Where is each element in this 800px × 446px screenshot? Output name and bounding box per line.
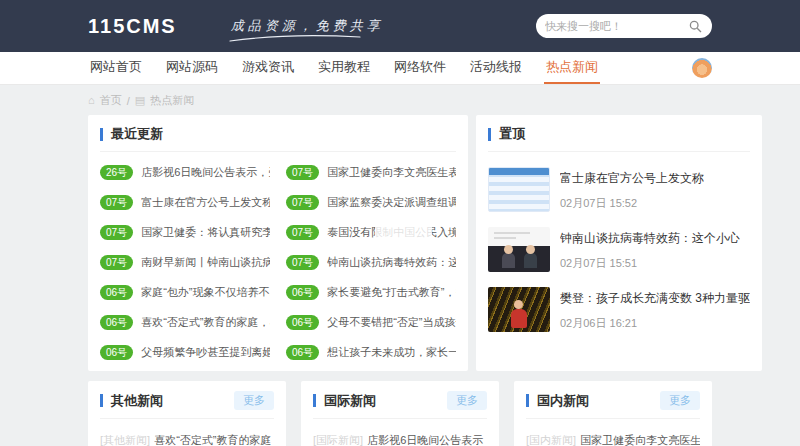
section-title: 其他新闻 bbox=[111, 392, 163, 410]
date-badge: 07号 bbox=[286, 255, 319, 270]
other-news-card: 其他新闻 更多 [其他新闻] 喜欢“否定式”教育的家庭，在这样家... [其他新… bbox=[88, 381, 286, 446]
slogan-text: 成品资源，免费共享 bbox=[231, 18, 384, 33]
pinned-item-meta: 樊登：孩子成长充满变数 3种力量驱 02月06日 16:21 bbox=[560, 287, 750, 332]
nav-item-hot-news[interactable]: 热点新闻 bbox=[544, 52, 600, 84]
more-button[interactable]: 更多 bbox=[447, 391, 487, 410]
nav-item-games[interactable]: 游戏资讯 bbox=[240, 52, 296, 84]
news-item[interactable]: 06号 家庭“包办”现象不仅培养不出孩子的 bbox=[100, 277, 270, 307]
section-title-bar bbox=[100, 128, 103, 141]
pinned-title: 富士康在官方公号上发文称 bbox=[560, 170, 704, 187]
main-nav: 网站首页 网站源码 游戏资讯 实用教程 网络软件 活动线报 热点新闻 bbox=[0, 52, 800, 85]
user-avatar[interactable] bbox=[692, 58, 712, 78]
section-title-bar bbox=[100, 394, 103, 407]
domestic-news-card: 国内新闻 更多 [国内新闻] 国家卫健委向李文亮医生表示深痛哀悼 [国内新闻] … bbox=[514, 381, 712, 446]
news-title: 国家卫健委向李文亮医生表示深痛哀悼 bbox=[327, 165, 456, 180]
breadcrumb: ⌂ 首页 / ▤ 热点新闻 bbox=[0, 85, 800, 113]
nav-item-tutorials[interactable]: 实用教程 bbox=[316, 52, 372, 84]
news-title: 南财早新闻丨钟南山谈抗病毒特效药：广 bbox=[141, 255, 270, 270]
category-item[interactable]: [国内新闻] 国家卫健委向李文亮医生表示深痛哀悼 bbox=[526, 433, 700, 446]
news-title: 家长要避免“打击式教育”，需注意的问 bbox=[327, 285, 456, 300]
slogan-underline-swoosh bbox=[227, 33, 363, 43]
table-thumbnail bbox=[488, 167, 550, 212]
search-icon[interactable] bbox=[689, 19, 703, 33]
text-line-shape bbox=[494, 232, 530, 234]
pinned-item[interactable]: 富士康在官方公号上发文称 02月07日 15:52 bbox=[488, 167, 750, 212]
date-badge: 06号 bbox=[100, 285, 133, 300]
news-item[interactable]: 06号 想让孩子未来成功，家长一定要管住3 bbox=[286, 337, 456, 367]
news-title: 想让孩子未来成功，家长一定要管住3 bbox=[327, 345, 456, 360]
main-content-row: 最近更新 26号 店影视6日晚间公告表示，受疫 07号 富士康在官方公号上发文称… bbox=[88, 115, 712, 371]
category-item[interactable]: [其他新闻] 喜欢“否定式”教育的家庭，在这样家... bbox=[100, 433, 274, 446]
category-title: 店影视6日晚间公告表示，受疫 bbox=[367, 433, 487, 446]
date-badge: 26号 bbox=[100, 165, 133, 180]
section-title: 国内新闻 bbox=[537, 392, 589, 410]
date-badge: 07号 bbox=[100, 255, 133, 270]
site-logo[interactable]: 115CMS bbox=[88, 15, 177, 38]
pinned-date: 02月06日 16:21 bbox=[560, 316, 750, 331]
pinned-date: 02月07日 15:52 bbox=[560, 196, 704, 211]
pinned-title: 樊登：孩子成长充满变数 3种力量驱 bbox=[560, 290, 750, 307]
stage-thumbnail bbox=[488, 287, 550, 332]
pinned-title: 钟南山谈抗病毒特效药：这个小心 bbox=[560, 230, 740, 247]
pinned-date: 02月07日 15:51 bbox=[560, 256, 740, 271]
pinned-item-meta: 钟南山谈抗病毒特效药：这个小心 02月07日 15:51 bbox=[560, 227, 740, 272]
search-input[interactable] bbox=[545, 20, 689, 32]
date-badge: 07号 bbox=[286, 165, 319, 180]
date-badge: 07号 bbox=[286, 225, 319, 240]
news-title: 钟南山谈抗病毒特效药：这个小心 一定要 bbox=[327, 255, 456, 270]
recent-card-header: 最近更新 bbox=[100, 125, 456, 152]
news-item[interactable]: 26号 店影视6日晚间公告表示，受疫 bbox=[100, 157, 270, 187]
person-shape bbox=[524, 253, 537, 268]
section-title-bar bbox=[488, 128, 491, 141]
international-news-card: 国际新闻 更多 [国际新闻] 店影视6日晚间公告表示，受疫 [国际新闻] 泰国没… bbox=[301, 381, 499, 446]
news-item[interactable]: 07号 国家监察委决定派调查组调查涉李文亮医 bbox=[286, 187, 456, 217]
category-title: 国家卫健委向李文亮医生表示深痛哀悼 bbox=[580, 433, 700, 446]
nav-item-home[interactable]: 网站首页 bbox=[88, 52, 144, 84]
nav-item-source[interactable]: 网站源码 bbox=[164, 52, 220, 84]
recent-column-left: 26号 店影视6日晚间公告表示，受疫 07号 富士康在官方公号上发文称 07号 … bbox=[100, 157, 270, 367]
category-item[interactable]: [国际新闻] 店影视6日晚间公告表示，受疫 bbox=[313, 433, 487, 446]
breadcrumb-home[interactable]: 首页 bbox=[100, 93, 122, 108]
search-box bbox=[536, 14, 712, 38]
nav-item-software[interactable]: 网络软件 bbox=[392, 52, 448, 84]
news-item[interactable]: 06号 父母频繁争吵甚至提到离婚，会给孩子留 bbox=[100, 337, 270, 367]
page: 115CMS 成品资源，免费共享 网站首页 网站源码 游戏资讯 实用教程 网络软… bbox=[0, 0, 800, 446]
pinned-item[interactable]: 钟南山谈抗病毒特效药：这个小心 02月07日 15:51 bbox=[488, 227, 750, 272]
news-title: 家庭“包办”现象不仅培养不出孩子的 bbox=[141, 285, 270, 300]
news-item[interactable]: 06号 父母不要错把“否定”当成孩子的鼓励，其 bbox=[286, 307, 456, 337]
news-title: 父母不要错把“否定”当成孩子的鼓励，其 bbox=[327, 315, 456, 330]
category-card-header: 国内新闻 更多 bbox=[526, 391, 700, 419]
news-item[interactable]: 07号 钟南山谈抗病毒特效药：这个小心 一定要 bbox=[286, 247, 456, 277]
news-title: 父母频繁争吵甚至提到离婚，会给孩子留 bbox=[141, 345, 270, 360]
category-tag: [国际新闻] bbox=[313, 433, 363, 446]
date-badge: 06号 bbox=[286, 285, 319, 300]
date-badge: 07号 bbox=[100, 225, 133, 240]
news-item[interactable]: 07号 泰国没有限制中国公民入境：患难 bbox=[286, 217, 456, 247]
section-title: 最近更新 bbox=[111, 125, 163, 143]
pinned-item[interactable]: 樊登：孩子成长充满变数 3种力量驱 02月06日 16:21 bbox=[488, 287, 750, 332]
breadcrumb-current: 热点新闻 bbox=[150, 93, 194, 108]
pinned-card-header: 置顶 bbox=[488, 125, 750, 152]
more-button[interactable]: 更多 bbox=[234, 391, 274, 410]
section-title-bar bbox=[313, 394, 316, 407]
news-item[interactable]: 07号 富士康在官方公号上发文称 bbox=[100, 187, 270, 217]
news-item[interactable]: 06号 喜欢“否定式”教育的家庭，在这样家庭 bbox=[100, 307, 270, 337]
date-badge: 06号 bbox=[100, 345, 133, 360]
hot-news-icon: ▤ bbox=[135, 95, 145, 106]
more-button[interactable]: 更多 bbox=[660, 391, 700, 410]
person-shape bbox=[502, 253, 515, 268]
recent-updates-card: 最近更新 26号 店影视6日晚间公告表示，受疫 07号 富士康在官方公号上发文称… bbox=[88, 115, 468, 371]
news-item[interactable]: 07号 国家卫健委：将认真研究李文亮的发病和 bbox=[100, 217, 270, 247]
news-item[interactable]: 06号 家长要避免“打击式教育”，需注意的问 bbox=[286, 277, 456, 307]
news-title: 富士康在官方公号上发文称 bbox=[141, 195, 270, 210]
site-slogan: 成品资源，免费共享 bbox=[231, 17, 384, 35]
video-thumbnail bbox=[488, 227, 550, 272]
date-badge: 06号 bbox=[286, 345, 319, 360]
news-item[interactable]: 07号 南财早新闻丨钟南山谈抗病毒特效药：广 bbox=[100, 247, 270, 277]
breadcrumb-separator: / bbox=[127, 95, 130, 107]
nav-item-activities[interactable]: 活动线报 bbox=[468, 52, 524, 84]
news-title: 国家监察委决定派调查组调查涉李文亮医 bbox=[327, 195, 456, 210]
recent-column-right: 07号 国家卫健委向李文亮医生表示深痛哀悼 07号 国家监察委决定派调查组调查涉… bbox=[286, 157, 456, 367]
news-item[interactable]: 07号 国家卫健委向李文亮医生表示深痛哀悼 bbox=[286, 157, 456, 187]
category-tag: [国内新闻] bbox=[526, 433, 576, 446]
